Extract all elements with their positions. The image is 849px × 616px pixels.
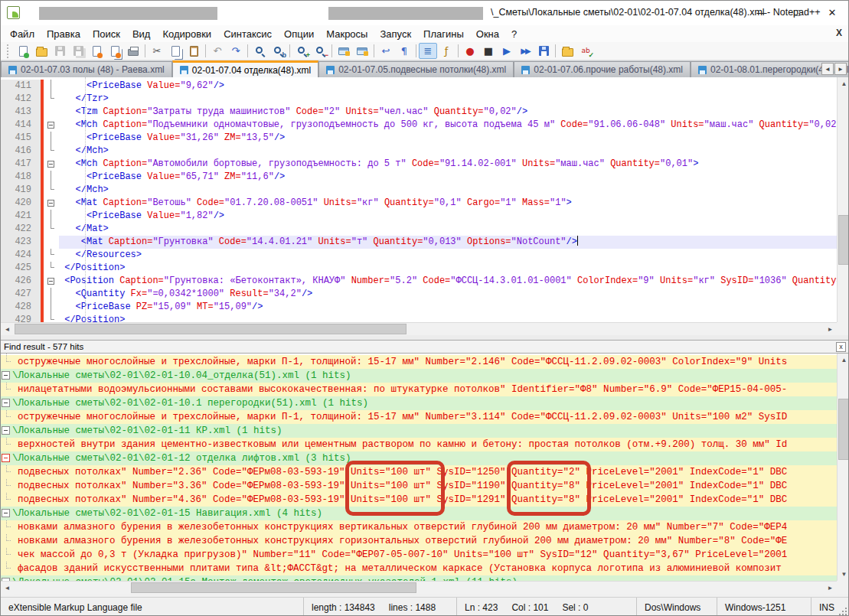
editor-line[interactable]: 416</Mch> [1,145,837,158]
menu-item-Опции[interactable]: Опции [278,27,320,41]
collapse-icon[interactable] [2,371,10,380]
fold-collapse-icon[interactable] [47,200,54,207]
editor-line[interactable]: 414<Mch Caption="Подъемники одномачтовые… [1,119,837,132]
editor-line[interactable]: 426<Position Caption="Грунтовка: «Бетоко… [1,275,837,288]
maximize-button[interactable]: □ [779,1,815,24]
editor-line[interactable]: 421<PriceBase Value="1,82"/> [1,210,837,223]
tab-scroll-left-button[interactable]: ◄ [821,63,834,75]
menu-item-Макросы[interactable]: Макросы [320,27,374,41]
replace-button[interactable]: b [269,43,287,59]
scroll-left-arrow[interactable]: ◄ [1,582,14,595]
document-close-x[interactable]: X [836,28,842,38]
status-insert-mode[interactable]: INS [811,598,837,616]
menu-item-Правка[interactable]: Правка [41,27,87,41]
editor-line[interactable]: 412</Tzr> [1,93,837,106]
editor-line[interactable]: 423<Mat Caption="Грунтовка" Code="14.4.0… [1,236,837,249]
close-button[interactable]: ✕ [815,1,849,24]
editor-line[interactable]: 424</Resources> [1,249,837,262]
tab-2-active[interactable]: 02-01-07.04 отделка(48).xml [172,60,318,77]
collapse-icon[interactable] [2,578,10,581]
save-all-button[interactable] [69,43,87,59]
find-result-match-row[interactable]: новками алмазного бурения в железобетонн… [1,534,837,548]
fold-collapse-icon[interactable] [47,122,54,129]
find-vscroll-thumb[interactable] [838,399,849,460]
editor-line[interactable]: 413<Tzm Caption="Затраты труда машинисто… [1,106,837,119]
fold-margin[interactable] [44,197,59,210]
editor-vertical-scrollbar[interactable]: ▲ ▼ [837,77,849,335]
fold-margin[interactable] [44,119,59,132]
editor-line[interactable]: 417<Mch Caption="Автомобили бортовые, гр… [1,158,837,171]
find-result-file-row[interactable]: \Локальные сметы\02-01\02-01-10.1 перего… [1,396,837,410]
zoom-in-button[interactable]: + [292,43,311,59]
find-result-match-row[interactable]: нилацетатными водоэмульсионными составам… [1,383,837,396]
macro-stop-button[interactable]: ■ [479,43,498,59]
scroll-up-arrow[interactable]: ▲ [838,77,849,90]
spell-check-button[interactable]: ✓ab [576,43,595,59]
collapse-icon[interactable] [2,426,10,435]
editor-hscroll-thumb[interactable] [15,324,407,334]
tab-scroll-right-button[interactable]: ► [834,63,847,75]
scroll-up-arrow[interactable]: ▲ [838,354,849,367]
menu-item-Запуск[interactable]: Запуск [374,27,417,41]
word-wrap-button[interactable]: ↩ [377,43,395,59]
editor-line[interactable]: 429</Position> [1,314,837,322]
editor-line[interactable]: 428<PriceBase PZ="15,09" MT="15,09"/> [1,301,837,314]
copy-button[interactable] [166,43,184,59]
find-result-match-row[interactable]: остружечные многослойные и трехслойные, … [1,355,837,369]
find-result-list[interactable]: остружечные многослойные и трехслойные, … [1,354,837,581]
find-result-match-row[interactable]: верхностей внутри здания цементно-извест… [1,438,837,451]
close-all-button[interactable] [106,43,124,59]
tab-1[interactable]: 02-01-07.03 полы (48) - Раева.xml [1,61,172,77]
menu-item-Вид[interactable]: Вид [126,27,157,41]
code-editor[interactable]: 411<PriceBase Value="9,62"/>412</Tzr>413… [1,77,837,322]
tab-4[interactable]: 02-01-07.06.прочие работы(48).xml [514,61,691,77]
scroll-left-arrow[interactable]: ◄ [1,323,14,336]
indent-guide-button[interactable]: ≣ [419,43,437,59]
find-result-match-row[interactable]: остружечные многослойные и трехслойные, … [1,410,837,424]
find-result-match-row[interactable]: фасадов зданий искусственными плитами ти… [1,562,837,575]
find-result-file-row[interactable]: \Локальные сметы\02-01\02-01-11 КР.xml (… [1,424,837,438]
menu-item-?[interactable]: ? [505,27,523,41]
fold-margin[interactable] [44,158,59,171]
resize-grip[interactable] [838,606,848,616]
close-button[interactable] [87,43,106,59]
collapse-icon[interactable] [2,399,10,407]
status-length-lines[interactable]: length : 134843 lines : 1488 [303,598,456,616]
editor-line[interactable]: 411<PriceBase Value="9,62"/> [1,80,837,93]
scroll-right-arrow[interactable]: ► [824,582,837,595]
collapse-icon[interactable] [2,454,10,462]
status-eol-format[interactable]: Dos\Windows [636,598,717,616]
zoom-out-button[interactable]: − [311,43,329,59]
find-vertical-scrollbar[interactable]: ▲ ▼ [837,354,849,581]
macro-play-button[interactable]: ▶ [498,43,516,59]
status-caret-position[interactable]: Ln : 423 Col : 101 Sel : 0 [456,598,636,616]
menu-item-Плагины[interactable]: Плагины [417,27,470,41]
macro-run-multiple-button[interactable]: ▶▶ [516,43,534,59]
editor-vscroll-thumb[interactable] [838,215,849,265]
new-file-button[interactable] [14,43,32,59]
fold-margin[interactable] [44,275,59,288]
editor-line[interactable]: 420<Mat Caption="Ветошь" Code="01.7.20.0… [1,197,837,210]
editor-line[interactable]: 425</Position> [1,262,837,275]
tab-3[interactable]: 02-01-07.05.подвесные потолки(48).xml [318,61,514,77]
editor-line[interactable]: 427<Quantity Fx="=0,0342*1000" Result="3… [1,288,837,301]
editor-line[interactable]: 415<PriceBase Value="31,26" ZM="13,5"/> [1,132,837,145]
find-result-match-row[interactable]: чек массой до 0,3 т (Укладка пригрузов)"… [1,548,837,562]
open-file-button[interactable] [32,43,51,59]
status-encoding[interactable]: Windows-1251 [717,598,811,616]
macro-record-button[interactable]: ● [461,43,479,59]
find-result-file-row[interactable]: \Локальные сметы\02-01\02-01-15а Монтаж … [1,575,837,581]
menu-item-Кодировки[interactable]: Кодировки [156,27,217,41]
show-all-characters-button[interactable]: ¶ [395,43,413,59]
paste-button[interactable] [184,43,203,59]
function-list-button[interactable]: ƒ [437,43,456,59]
menu-item-Окна[interactable]: Окна [470,27,505,41]
save-button[interactable] [51,43,69,59]
sync-vertical-scrolling-button[interactable] [335,43,353,59]
menu-item-Поиск[interactable]: Поиск [87,27,126,41]
find-button[interactable] [250,43,269,59]
redo-button[interactable]: ↷ [227,43,245,59]
sync-horizontal-scrolling-button[interactable] [353,43,371,59]
minimize-button[interactable]: — [744,1,779,24]
cut-button[interactable]: ✂ [148,43,166,59]
